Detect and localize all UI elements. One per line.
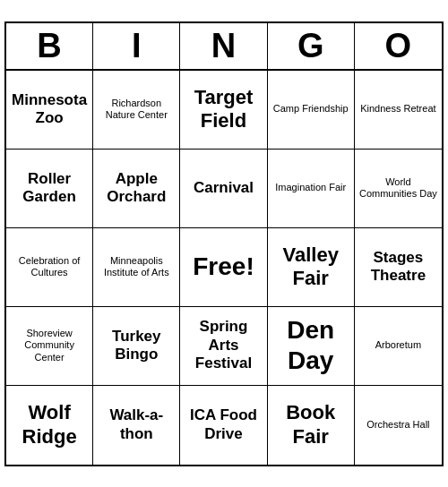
bingo-grid: Minnesota ZooRichardson Nature CenterTar… <box>6 71 442 465</box>
bingo-cell: Camp Friendship <box>268 71 355 150</box>
bingo-cell: Minnesota Zoo <box>6 71 93 150</box>
bingo-cell: Den Day <box>268 307 355 386</box>
bingo-cell: Stages Theatre <box>355 228 442 307</box>
bingo-letter: N <box>180 23 267 69</box>
bingo-letter: B <box>6 23 93 69</box>
bingo-cell: Kindness Retreat <box>355 71 442 150</box>
bingo-letter: I <box>93 23 180 69</box>
bingo-cell: Target Field <box>180 71 267 150</box>
bingo-cell: Arboretum <box>355 307 442 386</box>
bingo-header: BINGO <box>6 23 442 71</box>
bingo-cell: Book Fair <box>268 386 355 465</box>
bingo-cell: Shoreview Community Center <box>6 307 93 386</box>
bingo-cell: Free! <box>180 228 267 307</box>
bingo-card: BINGO Minnesota ZooRichardson Nature Cen… <box>4 21 444 466</box>
bingo-letter: O <box>355 23 442 69</box>
bingo-cell: ICA Food Drive <box>180 386 267 465</box>
bingo-cell: Walk-a-thon <box>93 386 180 465</box>
bingo-letter: G <box>268 23 355 69</box>
bingo-cell: Apple Orchard <box>93 150 180 228</box>
bingo-cell: Orchestra Hall <box>355 386 442 465</box>
bingo-cell: Valley Fair <box>268 228 355 307</box>
bingo-cell: Roller Garden <box>6 150 93 228</box>
bingo-cell: Turkey Bingo <box>93 307 180 386</box>
bingo-cell: Carnival <box>180 150 267 228</box>
bingo-cell: Minneapolis Institute of Arts <box>93 228 180 307</box>
bingo-cell: Spring Arts Festival <box>180 307 267 386</box>
bingo-cell: Wolf Ridge <box>6 386 93 465</box>
bingo-cell: Celebration of Cultures <box>6 228 93 307</box>
bingo-cell: Imagination Fair <box>268 150 355 228</box>
bingo-cell: World Communities Day <box>355 150 442 228</box>
bingo-cell: Richardson Nature Center <box>93 71 180 150</box>
